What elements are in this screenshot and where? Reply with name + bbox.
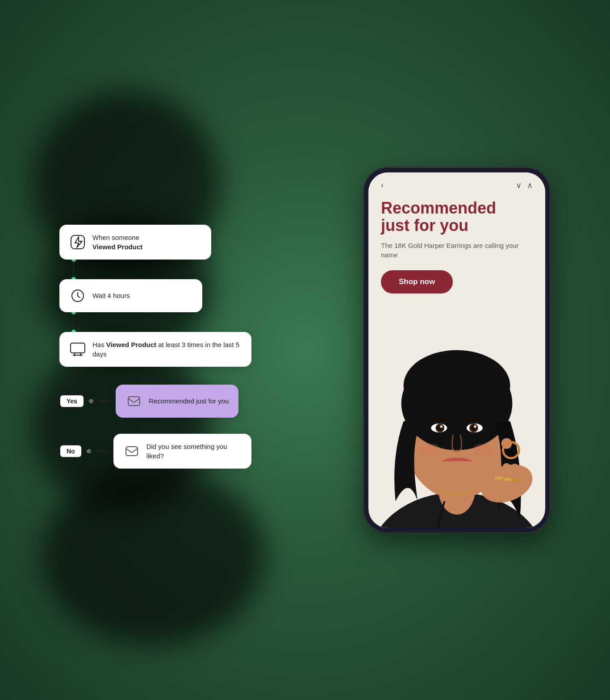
filter-card[interactable]: Has Viewed Product at least 3 times in t… — [59, 332, 251, 367]
filter-text: Has Viewed Product at least 3 times in t… — [92, 340, 242, 359]
trigger-text: When someone Viewed Product — [92, 233, 142, 251]
connector-1 — [73, 260, 74, 279]
svg-point-4 — [80, 354, 82, 356]
svg-rect-5 — [128, 397, 140, 406]
yes-label: Yes — [59, 394, 84, 408]
nav-arrows: ∨ ∧ — [516, 180, 533, 190]
connector-2 — [73, 312, 74, 332]
svg-rect-2 — [71, 343, 85, 353]
no-dot — [87, 449, 91, 453]
email-icon-yes — [125, 393, 142, 410]
svg-rect-28 — [495, 477, 503, 479]
phone-title: Recommended just for you — [381, 199, 533, 235]
svg-point-17 — [440, 425, 443, 428]
no-email-card[interactable]: Did you see something you liked? — [113, 434, 251, 469]
svg-point-22 — [421, 444, 441, 456]
back-icon[interactable]: ‹ — [381, 180, 384, 190]
wait-text: Wait 4 hours — [92, 291, 130, 300]
phone-image — [368, 332, 545, 528]
yes-line — [98, 400, 111, 402]
down-icon[interactable]: ∨ — [516, 180, 522, 190]
phone-content: Recommended just for you The 18K Gold Ha… — [368, 195, 545, 293]
yes-dot — [89, 399, 93, 403]
clock-icon — [69, 287, 86, 304]
trigger-step: When someone Viewed Product — [59, 225, 251, 260]
yes-email-card[interactable]: Recommended just for you — [116, 385, 238, 418]
svg-point-3 — [74, 354, 75, 356]
svg-rect-30 — [512, 479, 520, 482]
svg-point-13 — [404, 350, 510, 421]
phone-shell: ‹ ∨ ∧ Recommended just for you The 18K G… — [363, 167, 551, 533]
svg-rect-6 — [126, 447, 138, 456]
no-email-text: Did you see something you liked? — [146, 442, 242, 461]
phone-screen: ‹ ∨ ∧ Recommended just for you The 18K G… — [368, 172, 545, 528]
yes-email-text: Recommended just for you — [149, 396, 229, 406]
scene: When someone Viewed Product Wait 4 hours — [59, 38, 551, 663]
no-line — [96, 450, 109, 452]
branch-connector — [73, 367, 74, 385]
wait-step: Wait 4 hours — [59, 279, 251, 312]
no-label: No — [59, 444, 82, 458]
svg-rect-27 — [510, 463, 519, 490]
svg-rect-29 — [503, 478, 511, 481]
branch-yes-row: Yes Recommended just for you — [59, 385, 251, 418]
branch-no-row: No Did you see something you liked? — [59, 434, 251, 469]
halo-4 — [42, 466, 265, 645]
email-icon-no — [123, 443, 140, 460]
workflow-panel: When someone Viewed Product Wait 4 hours — [59, 225, 251, 476]
phone-subtitle: The 18K Gold Harper Earrings are calling… — [381, 241, 533, 260]
up-icon[interactable]: ∧ — [527, 180, 533, 190]
filter-step: Has Viewed Product at least 3 times in t… — [59, 332, 251, 367]
phone-mockup: ‹ ∨ ∧ Recommended just for you The 18K G… — [363, 167, 551, 533]
phone-nav: ‹ ∨ ∧ — [368, 172, 545, 195]
svg-point-21 — [474, 425, 476, 428]
wait-card[interactable]: Wait 4 hours — [59, 279, 202, 312]
trigger-card[interactable]: When someone Viewed Product — [59, 225, 211, 260]
shop-now-button[interactable]: Shop now — [381, 270, 453, 293]
screen-icon — [69, 341, 86, 358]
branch-gap — [59, 425, 251, 434]
lightning-icon — [69, 234, 86, 251]
svg-point-23 — [473, 444, 493, 456]
